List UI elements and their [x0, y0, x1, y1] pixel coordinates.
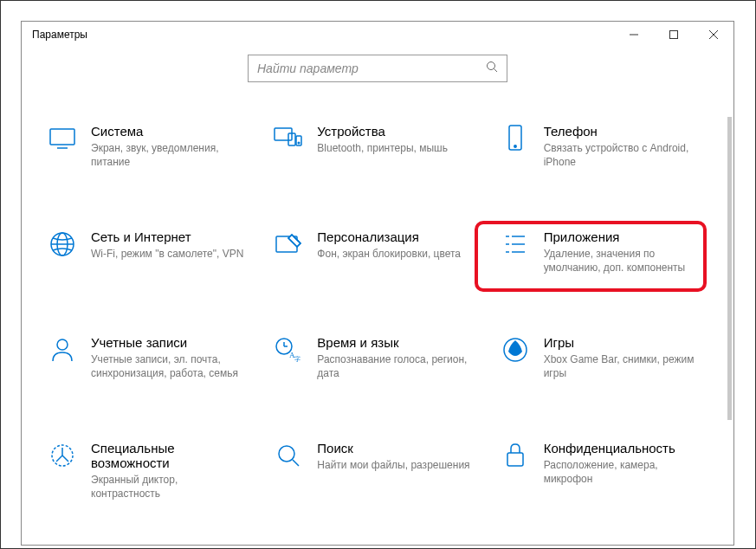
- tile-network[interactable]: Сеть и Интернет Wi-Fi, режим "в самолете…: [48, 229, 265, 281]
- tile-desc: Удаление, значения по умолчанию, доп. ко…: [544, 247, 702, 274]
- tile-desc: Фон, экран блокировки, цвета: [317, 247, 461, 261]
- titlebar: Параметры: [22, 22, 733, 48]
- settings-window: Параметры: [21, 21, 734, 546]
- maximize-icon: [669, 30, 678, 39]
- close-button[interactable]: [694, 22, 733, 48]
- tile-title: Система: [91, 124, 249, 139]
- devices-icon: [274, 124, 303, 153]
- apps-icon: [501, 229, 530, 259]
- tile-desc: Распознавание голоса, регион, дата: [317, 352, 475, 380]
- svg-point-25: [57, 339, 68, 350]
- search-cat-icon: [274, 441, 303, 470]
- tile-title: Приложения: [544, 229, 702, 244]
- search-box[interactable]: [248, 55, 507, 82]
- tile-title: Поиск: [317, 441, 469, 455]
- phone-icon: [501, 124, 530, 153]
- svg-rect-6: [50, 129, 74, 145]
- tile-title: Время и язык: [317, 335, 475, 350]
- network-icon: [48, 229, 77, 259]
- tile-title: Специальные возможности: [91, 441, 249, 470]
- tile-desc: Расположение, камера, микрофон: [544, 458, 702, 486]
- gaming-icon: [501, 335, 530, 365]
- tile-apps[interactable]: Приложения Удаление, значения по умолчан…: [501, 229, 718, 281]
- tile-desc: Wi-Fi, режим "в самолете", VPN: [91, 247, 243, 261]
- svg-rect-8: [275, 128, 292, 140]
- minimize-icon: [630, 30, 638, 39]
- minimize-button[interactable]: [614, 22, 654, 48]
- tile-gaming[interactable]: Игры Xbox Game Bar, снимки, режим игры: [501, 335, 718, 387]
- system-icon: [48, 124, 77, 153]
- privacy-icon: [501, 441, 530, 470]
- tile-desc: Экран, звук, уведомления, питание: [91, 141, 249, 169]
- svg-rect-35: [507, 453, 523, 466]
- close-icon: [709, 30, 718, 39]
- tile-system[interactable]: Система Экран, звук, уведомления, питани…: [48, 124, 265, 176]
- svg-line-34: [293, 460, 299, 466]
- search-area: [22, 48, 733, 98]
- search-input[interactable]: [257, 61, 486, 75]
- tile-title: Игры: [544, 335, 702, 350]
- svg-text:字: 字: [294, 356, 300, 363]
- window-title: Параметры: [32, 29, 87, 41]
- personalization-icon: [274, 229, 303, 259]
- svg-point-4: [488, 62, 495, 70]
- tile-personalization[interactable]: Персонализация Фон, экран блокировки, цв…: [274, 229, 491, 281]
- tile-devices[interactable]: Устройства Bluetooth, принтеры, мышь: [274, 124, 491, 176]
- tile-privacy[interactable]: Конфиденциальность Расположение, камера,…: [501, 441, 718, 501]
- tile-desc: Экранный диктор, контрастность: [91, 473, 249, 501]
- window-controls: [614, 22, 733, 48]
- tile-time[interactable]: A字 Время и язык Распознавание голоса, ре…: [274, 335, 491, 387]
- accounts-icon: [48, 335, 77, 365]
- svg-point-13: [514, 145, 515, 147]
- tile-desc: Учетные записи, эл. почта, синхронизация…: [91, 352, 249, 380]
- tile-title: Конфиденциальность: [544, 441, 702, 455]
- svg-rect-1: [670, 31, 678, 39]
- svg-point-11: [299, 142, 300, 144]
- maximize-button[interactable]: [654, 22, 694, 48]
- tile-title: Телефон: [544, 124, 702, 139]
- search-icon: [486, 61, 498, 76]
- scrollbar[interactable]: [727, 117, 732, 420]
- tile-desc: Bluetooth, принтеры, мышь: [317, 141, 448, 155]
- tile-title: Учетные записи: [91, 335, 249, 350]
- content-area: Система Экран, звук, уведомления, питани…: [22, 98, 733, 545]
- tile-desc: Найти мои файлы, разрешения: [317, 458, 469, 472]
- tile-desc: Xbox Game Bar, снимки, режим игры: [544, 352, 702, 380]
- tile-accounts[interactable]: Учетные записи Учетные записи, эл. почта…: [48, 335, 265, 387]
- svg-point-33: [279, 446, 294, 462]
- time-icon: A字: [274, 335, 303, 365]
- tile-title: Устройства: [317, 124, 448, 139]
- tile-title: Сеть и Интернет: [91, 229, 243, 244]
- tile-desc: Связать устройство с Android, iPhone: [544, 141, 702, 169]
- tile-title: Персонализация: [317, 229, 461, 244]
- category-grid: Система Экран, звук, уведомления, питани…: [48, 124, 718, 501]
- tile-search[interactable]: Поиск Найти мои файлы, разрешения: [274, 441, 491, 501]
- tile-ease[interactable]: Специальные возможности Экранный диктор,…: [48, 441, 265, 501]
- ease-icon: [48, 441, 77, 470]
- svg-line-5: [494, 69, 498, 73]
- tile-phone[interactable]: Телефон Связать устройство с Android, iP…: [501, 124, 718, 176]
